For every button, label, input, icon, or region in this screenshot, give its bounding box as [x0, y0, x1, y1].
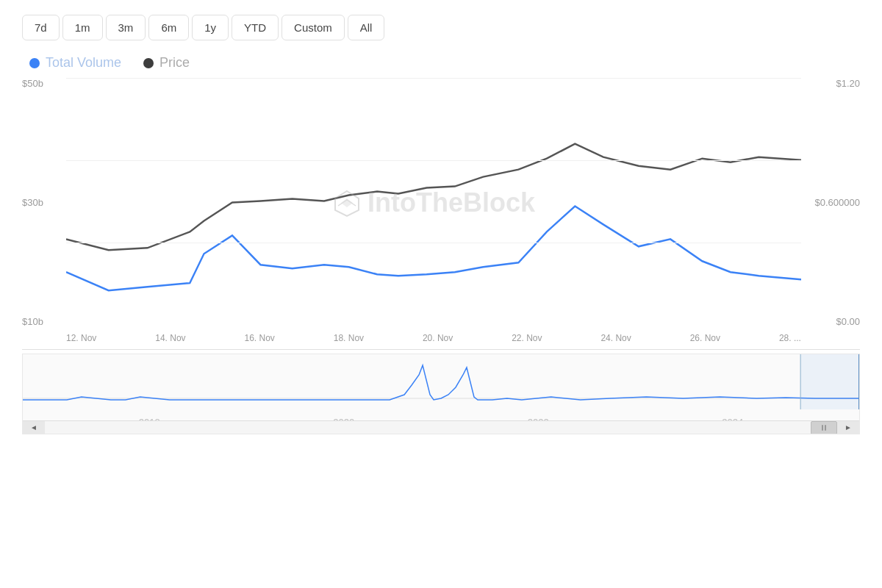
- scroll-thumb[interactable]: [811, 421, 837, 434]
- time-btn-all[interactable]: All: [348, 15, 385, 40]
- overview-chart: 2018 2020 2022 2024 ◄ ►: [22, 354, 860, 434]
- x-label-2: 14. Nov: [155, 333, 185, 343]
- x-label-1: 12. Nov: [66, 333, 96, 343]
- time-btn-3m[interactable]: 3m: [106, 15, 146, 40]
- main-container: 7d1m3m6m1yYTDCustomAll Total Volume Pric…: [0, 0, 882, 588]
- scroll-thumb-line-1: [822, 425, 823, 431]
- y-right-bot: $0.00: [836, 316, 860, 327]
- x-label-5: 20. Nov: [423, 333, 453, 343]
- x-label-9: 28. ...: [779, 333, 801, 343]
- y-axis-left: $50b $30b $10b: [22, 78, 66, 327]
- time-btn-ytd[interactable]: YTD: [232, 15, 279, 40]
- volume-line: [66, 206, 801, 290]
- overview-svg: [23, 354, 859, 409]
- legend-label-price: Price: [159, 55, 190, 71]
- grid-line-mid: [66, 160, 801, 161]
- scroll-right-arrow[interactable]: ►: [837, 421, 859, 434]
- time-range-bar: 7d1m3m6m1yYTDCustomAll: [22, 15, 860, 40]
- overview-scrollbar: ◄ ►: [23, 420, 859, 434]
- scroll-thumb-line-2: [825, 425, 826, 431]
- grid-line-bot: [66, 243, 801, 243]
- legend-price: Price: [143, 55, 190, 71]
- x-label-7: 24. Nov: [600, 333, 631, 343]
- x-label-3: 16. Nov: [244, 333, 274, 343]
- y-left-bot: $10b: [22, 316, 43, 327]
- y-left-mid: $30b: [22, 197, 43, 208]
- y-left-top: $50b: [22, 78, 43, 89]
- y-right-mid: $0.600000: [815, 197, 860, 208]
- grid-line-top: [66, 78, 801, 79]
- time-btn-custom[interactable]: Custom: [282, 15, 345, 40]
- x-label-6: 22. Nov: [512, 333, 542, 343]
- chart-svg-area: IntoTheBlock: [66, 78, 801, 327]
- overview-volume-line: [23, 365, 859, 400]
- scroll-thumb-lines: [822, 425, 826, 431]
- scroll-track[interactable]: [45, 421, 837, 434]
- x-label-8: 26. Nov: [690, 333, 720, 343]
- x-axis: 12. Nov 14. Nov 16. Nov 18. Nov 20. Nov …: [66, 327, 801, 349]
- legend-total-volume: Total Volume: [29, 55, 121, 71]
- scroll-left-arrow[interactable]: ◄: [23, 421, 45, 434]
- chart-wrapper: $50b $30b $10b $1.20 $0.600000 $0.00: [22, 78, 860, 434]
- time-btn-7d[interactable]: 7d: [22, 15, 60, 40]
- legend-dot-price: [143, 58, 154, 68]
- time-btn-1m[interactable]: 1m: [62, 15, 103, 40]
- y-right-top: $1.20: [836, 78, 860, 89]
- chart-legend: Total Volume Price: [22, 55, 860, 71]
- legend-label-volume: Total Volume: [46, 55, 121, 71]
- x-label-4: 18. Nov: [334, 333, 364, 343]
- svg-rect-1: [800, 354, 859, 409]
- legend-dot-volume: [29, 58, 40, 68]
- time-btn-6m[interactable]: 6m: [148, 15, 189, 40]
- chart-svg: [66, 78, 801, 327]
- y-axis-right: $1.20 $0.600000 $0.00: [801, 78, 860, 327]
- time-btn-1y[interactable]: 1y: [192, 15, 229, 40]
- main-chart: $50b $30b $10b $1.20 $0.600000 $0.00: [22, 78, 860, 350]
